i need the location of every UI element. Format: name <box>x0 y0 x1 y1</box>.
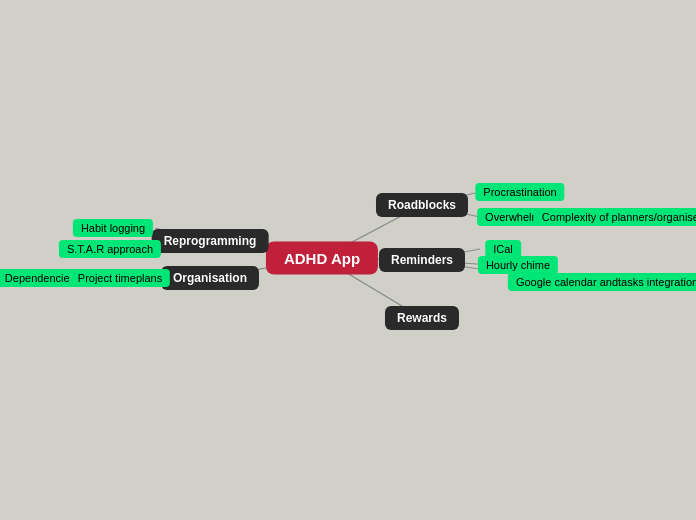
hourly-chime-node[interactable]: Hourly chime <box>478 256 558 274</box>
organisation-node[interactable]: Organisation <box>161 266 259 290</box>
habit-logging-node[interactable]: Habit logging <box>73 219 153 237</box>
center-node[interactable]: ADHD App <box>266 242 378 275</box>
google-cal-node[interactable]: Google calendar andtasks integration <box>508 273 696 291</box>
star-approach-node[interactable]: S.T.A.R approach <box>59 240 161 258</box>
complexity-node[interactable]: Complexity of planners/organisers <box>534 208 696 226</box>
reminders-node[interactable]: Reminders <box>379 248 465 272</box>
roadblocks-node[interactable]: Roadblocks <box>376 193 468 217</box>
rewards-node[interactable]: Rewards <box>385 306 459 330</box>
project-timeplans-node[interactable]: Project timeplans <box>70 269 170 287</box>
procrastination-node[interactable]: Procrastination <box>475 183 564 201</box>
reprogramming-node[interactable]: Reprogramming <box>152 229 269 253</box>
